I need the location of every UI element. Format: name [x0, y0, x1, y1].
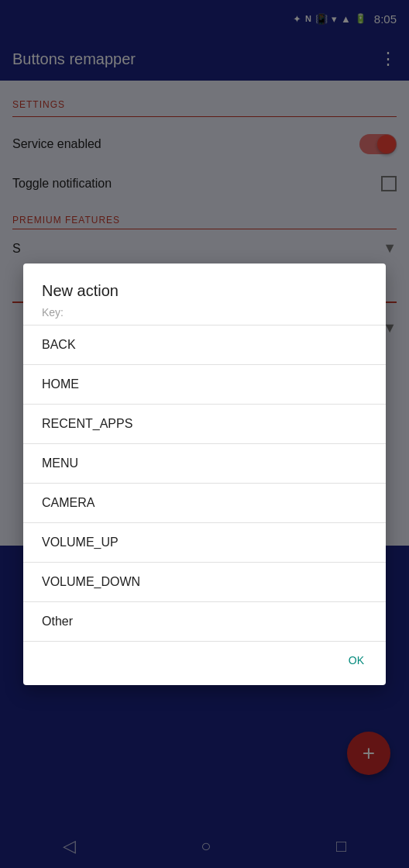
menu-item-camera[interactable]: CAMERA	[23, 484, 386, 522]
ok-button[interactable]: OK	[339, 648, 373, 673]
menu-item-menu[interactable]: MENU	[23, 444, 386, 483]
dialog-title: New action	[23, 264, 386, 306]
new-action-dialog: New action Key: BACK HOME RECENT_APPS ME…	[23, 264, 386, 685]
menu-item-other[interactable]: Other	[23, 602, 386, 641]
menu-item-home[interactable]: HOME	[23, 365, 386, 404]
menu-item-back[interactable]: BACK	[23, 326, 386, 364]
dialog-actions: OK	[23, 642, 386, 679]
menu-item-volume-up[interactable]: VOLUME_UP	[23, 523, 386, 562]
menu-item-recent-apps[interactable]: RECENT_APPS	[23, 405, 386, 443]
dialog-key-label: Key:	[23, 306, 386, 325]
menu-item-volume-down[interactable]: VOLUME_DOWN	[23, 563, 386, 601]
